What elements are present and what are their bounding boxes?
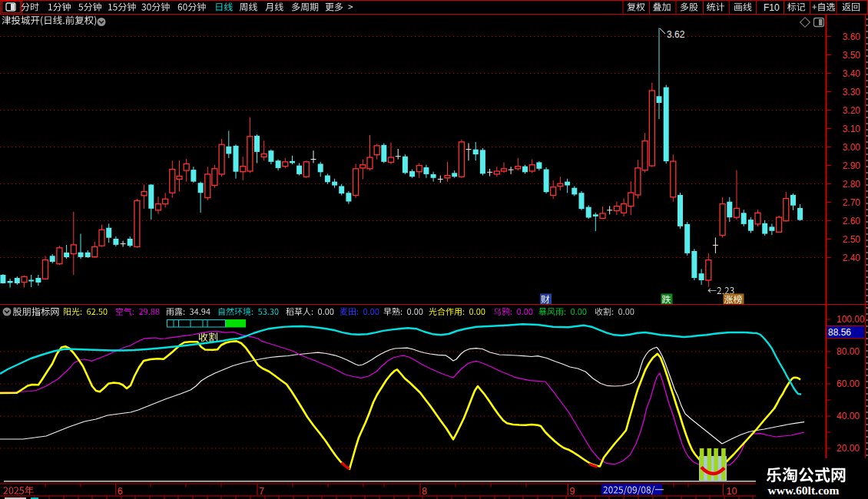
- svg-text:7: 7: [259, 486, 264, 497]
- svg-text:6: 6: [118, 486, 123, 497]
- svg-text:3.40: 3.40: [843, 68, 861, 79]
- svg-text:60.00: 60.00: [837, 378, 860, 389]
- svg-text:3.00: 3.00: [843, 142, 861, 153]
- svg-text:3.62: 3.62: [667, 29, 685, 40]
- svg-text:3.50: 3.50: [843, 50, 861, 61]
- svg-text:3.60: 3.60: [843, 31, 861, 42]
- svg-text:3.30: 3.30: [843, 87, 861, 97]
- svg-text:2.90: 2.90: [843, 160, 861, 171]
- svg-text:100.00: 100.00: [837, 314, 865, 325]
- svg-text:2.60: 2.60: [843, 216, 861, 226]
- svg-text:20.00: 20.00: [837, 443, 860, 454]
- svg-text:2.80: 2.80: [843, 179, 861, 190]
- svg-text:www.60lt.com: www.60lt.com: [768, 484, 840, 497]
- svg-text:2.40: 2.40: [843, 253, 861, 263]
- svg-text:10: 10: [727, 486, 737, 497]
- svg-text:80.00: 80.00: [837, 346, 860, 357]
- svg-text:9: 9: [570, 486, 575, 497]
- svg-text:F10: F10: [764, 2, 780, 13]
- svg-text:3.20: 3.20: [843, 105, 861, 116]
- svg-text:88.56: 88.56: [828, 327, 851, 338]
- svg-text:2.70: 2.70: [843, 197, 861, 208]
- svg-text:8: 8: [422, 486, 427, 497]
- svg-text:2.50: 2.50: [843, 234, 861, 245]
- svg-text:40.00: 40.00: [837, 411, 860, 421]
- svg-text:3.10: 3.10: [843, 124, 861, 134]
